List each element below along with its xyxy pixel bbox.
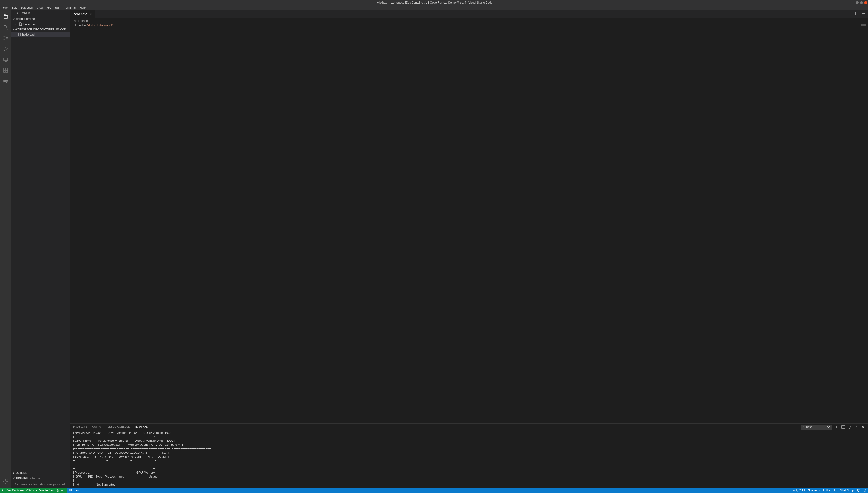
problems-tab[interactable]: PROBLEMS xyxy=(73,425,87,429)
editor-tab[interactable]: hello.bash × xyxy=(70,10,95,18)
warning-icon xyxy=(76,489,79,492)
window-controls xyxy=(856,1,867,4)
svg-rect-6 xyxy=(6,68,8,70)
editor-area[interactable]: 1 2 echo "Hello Underworld!" xyxy=(70,23,868,424)
encoding-status[interactable]: UTF-8 xyxy=(822,488,833,493)
status-bar: Dev Container: VS Code Remote Demo @ ss.… xyxy=(0,488,868,493)
search-activity[interactable] xyxy=(0,22,11,32)
open-editor-row[interactable]: × hello.bash xyxy=(11,22,70,27)
source-control-activity[interactable] xyxy=(0,33,11,43)
panel-tabs: PROBLEMS OUTPUT DEBUG CONSOLE TERMINAL 1… xyxy=(70,424,868,431)
editor-toolbar xyxy=(853,10,868,18)
outline-section[interactable]: OUTLINE xyxy=(11,470,70,475)
menu-item-help[interactable]: Help xyxy=(78,5,88,10)
timeline-section[interactable]: TIMELINE hello.bash xyxy=(11,475,70,480)
explorer-activity[interactable] xyxy=(0,12,11,21)
editor-tabs: hello.bash × xyxy=(70,10,868,18)
window-close-button[interactable] xyxy=(864,1,867,4)
chevron-down-icon xyxy=(827,425,830,430)
timeline-file: hello.bash xyxy=(29,477,41,479)
svg-rect-5 xyxy=(3,68,5,70)
extensions-activity[interactable] xyxy=(0,66,11,75)
warning-count: 0 xyxy=(80,489,81,492)
remote-explorer-activity[interactable] xyxy=(0,55,11,64)
notifications-icon[interactable] xyxy=(862,488,868,493)
close-panel-icon[interactable] xyxy=(861,425,865,429)
menu-item-run[interactable]: Run xyxy=(53,5,62,10)
remote-label: Dev Container: VS Code Remote Demo @ ss.… xyxy=(6,489,66,492)
debug-console-tab[interactable]: DEBUG CONSOLE xyxy=(107,425,130,429)
remote-indicator[interactable]: Dev Container: VS Code Remote Demo @ ss.… xyxy=(0,488,67,493)
breadcrumb[interactable]: hello.bash xyxy=(70,18,868,23)
svg-point-1 xyxy=(4,36,5,37)
new-terminal-icon[interactable] xyxy=(835,425,839,429)
line-gutter: 1 2 xyxy=(70,23,79,424)
cursor-position[interactable]: Ln 1, Col 1 xyxy=(790,488,807,493)
workspace-section[interactable]: WORKSPACE [DEV CONTAINER: VS CODE REMOTE… xyxy=(11,27,70,32)
terminal-text: | NVIDIA-SMI 440.64 Driver Version: 440.… xyxy=(73,431,212,488)
chevron-down-icon xyxy=(12,18,15,20)
settings-gear[interactable] xyxy=(0,477,11,486)
maximize-panel-icon[interactable] xyxy=(854,425,858,429)
close-editor-icon[interactable]: × xyxy=(14,22,17,26)
open-editors-label: OPEN EDITORS xyxy=(16,18,35,20)
file-icon xyxy=(19,22,22,26)
outline-label: OUTLINE xyxy=(16,471,27,474)
output-tab[interactable]: OUTPUT xyxy=(92,425,103,429)
title-bar: hello.bash - workspace [Dev Container: V… xyxy=(0,0,868,5)
chevron-right-icon xyxy=(12,471,15,474)
workspace-label: WORKSPACE [DEV CONTAINER: VS CODE REMOTE… xyxy=(15,28,69,31)
svg-point-12 xyxy=(864,13,864,14)
window-minimize-button[interactable] xyxy=(856,1,859,4)
menu-item-selection[interactable]: Selection xyxy=(19,5,35,10)
split-editor-icon[interactable] xyxy=(855,12,859,16)
svg-rect-4 xyxy=(3,58,8,61)
error-count: 0 xyxy=(72,489,74,492)
svg-point-0 xyxy=(4,25,6,28)
sidebar-title: EXPLORER xyxy=(11,10,70,16)
terminal-selector[interactable]: 1: bash xyxy=(802,425,832,430)
panel-tools: 1: bash xyxy=(802,425,865,430)
window-maximize-button[interactable] xyxy=(860,1,863,4)
close-tab-icon[interactable]: × xyxy=(89,12,92,16)
terminal-tab[interactable]: TERMINAL xyxy=(134,425,148,429)
activity-bar xyxy=(0,10,11,488)
open-editor-filename: hello.bash xyxy=(23,22,37,26)
svg-point-9 xyxy=(5,480,6,482)
menu-item-view[interactable]: View xyxy=(35,5,45,10)
code-content[interactable]: echo "Hello Underworld!" xyxy=(79,23,868,424)
docker-activity[interactable] xyxy=(0,76,11,86)
line-number: 1 xyxy=(70,23,77,28)
tab-label: hello.bash xyxy=(73,12,87,16)
feedback-icon[interactable] xyxy=(856,488,862,493)
error-icon xyxy=(69,489,72,492)
problems-status[interactable]: 0 0 xyxy=(67,488,83,493)
svg-point-2 xyxy=(4,39,5,40)
menu-item-edit[interactable]: Edit xyxy=(9,5,19,10)
file-icon xyxy=(18,33,21,36)
svg-rect-7 xyxy=(3,70,5,72)
eol-status[interactable]: LF xyxy=(833,488,839,493)
minimap[interactable] xyxy=(861,24,866,25)
run-debug-activity[interactable] xyxy=(0,44,11,53)
menu-item-terminal[interactable]: Terminal xyxy=(62,5,78,10)
language-status[interactable]: Shell Script xyxy=(839,488,856,493)
split-terminal-icon[interactable] xyxy=(841,425,845,429)
indentation-status[interactable]: Spaces: 4 xyxy=(807,488,822,493)
remote-icon xyxy=(2,489,5,493)
kill-terminal-icon[interactable] xyxy=(848,425,852,429)
open-editors-section[interactable]: OPEN EDITORS xyxy=(11,16,70,22)
menu-item-file[interactable]: File xyxy=(1,5,9,10)
menu-bar: FileEditSelectionViewGoRunTerminalHelp xyxy=(0,5,868,10)
menu-item-go[interactable]: Go xyxy=(45,5,53,10)
timeline-empty-text: No timeline information was provided. xyxy=(11,480,70,488)
chevron-down-icon xyxy=(12,477,15,479)
workspace-file-row[interactable]: hello.bash xyxy=(11,32,70,37)
more-actions-icon[interactable] xyxy=(862,12,866,16)
timeline-label: TIMELINE xyxy=(16,477,28,479)
code-token-command: echo xyxy=(79,24,87,27)
breadcrumb-file: hello.bash xyxy=(74,19,88,22)
terminal-selector-label: 1: bash xyxy=(803,426,812,429)
terminal-content[interactable]: | NVIDIA-SMI 440.64 Driver Version: 440.… xyxy=(70,431,868,488)
explorer-sidebar: EXPLORER OPEN EDITORS × hello.bash WORKS… xyxy=(11,10,70,488)
